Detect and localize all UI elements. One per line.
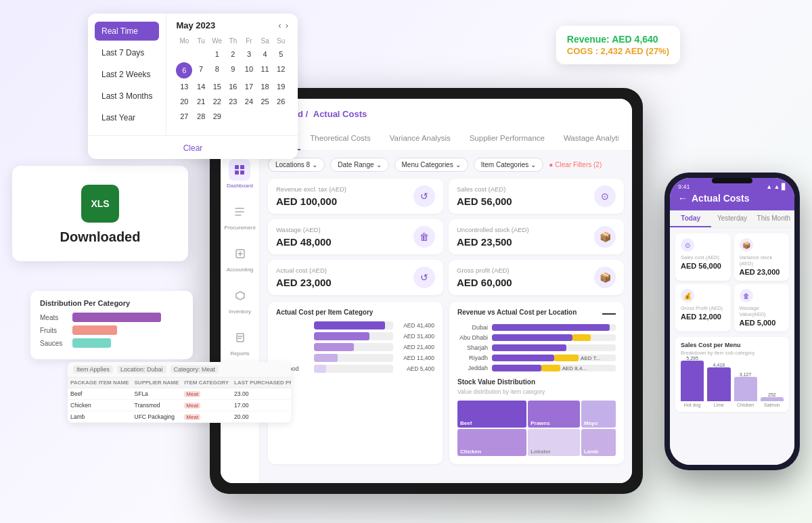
cal-day-4[interactable]: 4 <box>258 47 273 61</box>
tab-variance-analysis[interactable]: Variance Analysis <box>380 130 460 150</box>
cal-day-22[interactable]: 22 <box>210 95 225 108</box>
cal-day-21[interactable]: 21 <box>194 95 208 108</box>
cal-day-10[interactable]: 10 <box>242 62 256 78</box>
cal-day-13[interactable]: 13 <box>176 80 192 93</box>
tab-supplier-performance[interactable]: Supplier Performance <box>460 130 554 150</box>
cal-day-1[interactable]: 1 <box>210 47 225 61</box>
cat-bar-wrap-5 <box>314 365 393 373</box>
cat-cost-chart: Actual Cost per Item Category AED 41,400 <box>268 302 443 464</box>
calendar-clear-bar: Clear <box>88 135 298 159</box>
filter-locations[interactable]: Locations 8 ⌄ <box>268 158 325 172</box>
cat-bar-wrap-4 <box>314 354 393 362</box>
phone-tab-yesterday[interactable]: Yesterday <box>711 210 752 227</box>
td-lamb-supplier: UFC Packaging <box>132 411 182 423</box>
cal-day-9[interactable]: 9 <box>226 62 241 78</box>
filter-bar: Locations 8 ⌄ Date Range ⌄ Menu Categori… <box>268 158 624 172</box>
phone-frame: 9:41 ▲ ▲ ▊ ← Actual Costs Today Yesterda… <box>664 173 800 470</box>
hbar-fill-dubai-purple <box>492 324 610 331</box>
phone-kpi-gross-value: AED 12,000 <box>681 313 725 321</box>
cal-day-15[interactable]: 15 <box>210 80 225 93</box>
calendar-prev[interactable]: ‹ <box>278 20 281 30</box>
cal-day-16[interactable]: 16 <box>226 80 241 93</box>
cal-day-empty5 <box>258 110 273 123</box>
cal-day-18[interactable]: 18 <box>258 80 273 93</box>
cal-day-24[interactable]: 24 <box>242 95 256 108</box>
phone-kpi-variance-value: AED 23,000 <box>740 268 784 276</box>
calendar-grid: Mo Tu We Th Fr Sa Su 1 2 3 4 5 6 7 8 9 <box>176 36 288 123</box>
phone-chart-title: Sales Cost per Menu <box>681 342 784 348</box>
phone-kpi-wastage-icon: 🗑 <box>740 289 753 302</box>
revenue-text: Revenue: AED 4,640 <box>567 34 669 45</box>
kpi-uncontrolled-icon: 📦 <box>594 226 616 248</box>
cal-day-7[interactable]: 7 <box>194 62 208 78</box>
cal-day-11[interactable]: 11 <box>258 62 273 78</box>
kpi-revenue: Revenue excl. tax (AED) AED 100,000 ↺ <box>268 179 443 214</box>
item-table-card: Item Applies Location: Dubai Category: M… <box>68 362 291 423</box>
cal-day-6-today[interactable]: 6 <box>176 62 192 78</box>
preset-realtime[interactable]: Real Time <box>95 22 159 41</box>
filter-item-categories[interactable]: Item Categories ⌄ <box>474 158 544 172</box>
phone-tab-today[interactable]: Today <box>670 210 711 227</box>
sidebar-item-inventory[interactable]: Inventory <box>229 285 251 315</box>
sidebar-item-procurement[interactable]: Procurement <box>225 201 256 231</box>
th-last-price: LAST PURCHASED PRICE (AED) <box>231 378 291 388</box>
cal-day-25[interactable]: 25 <box>258 95 273 108</box>
cat-bar-row-1: AED 41,400 <box>276 321 434 329</box>
cal-day-27[interactable]: 27 <box>176 110 192 123</box>
hbar-fill-riyadh-purple <box>492 355 554 361</box>
phone-tab-this-month[interactable]: This Month <box>753 210 794 227</box>
cal-day-20[interactable]: 20 <box>176 95 192 108</box>
preset-2weeks[interactable]: Last 2 Weeks <box>95 65 159 84</box>
phone-bar-val-hotdog: 5,295 <box>686 356 698 361</box>
kpi-actual-label: Actual cost (AED) <box>276 267 332 274</box>
filter-menu-categories[interactable]: Menu Categories ⌄ <box>394 158 468 172</box>
th-category: ITEM CATEGORY <box>181 378 231 388</box>
phone-bar-fill-salmon <box>761 397 784 401</box>
sidebar-item-reports[interactable]: Reports <box>229 327 251 357</box>
cal-day-2[interactable]: 2 <box>226 47 241 61</box>
breadcrumb-current: Actual Costs <box>313 109 367 119</box>
location-bars: Dubai Abu Dhabi <box>457 324 616 371</box>
cal-day-12[interactable]: 12 <box>273 62 288 78</box>
sidebar-item-dashboard[interactable]: Dashboard <box>227 159 253 189</box>
phone-kpi-wastage-value: AED 5,000 <box>740 319 784 327</box>
cal-day-8[interactable]: 8 <box>210 62 225 78</box>
tab-theoretical-costs[interactable]: Theoretical Costs <box>300 130 380 150</box>
phone-chart-sub: Breakdown by item sub-category <box>681 350 784 356</box>
cal-day-14[interactable]: 14 <box>194 80 208 93</box>
clear-filters-button[interactable]: ● Clear Filters (2) <box>549 161 602 168</box>
cal-day-19[interactable]: 19 <box>273 80 288 93</box>
cat-bar-wrap-1 <box>314 321 393 329</box>
hbar-wrap-dubai <box>492 324 616 331</box>
calendar-next[interactable]: › <box>286 20 288 30</box>
preset-3months[interactable]: Last 3 Months <box>95 87 159 106</box>
cal-day-5[interactable]: 5 <box>273 47 288 61</box>
cal-day-29[interactable]: 29 <box>210 110 225 123</box>
hbar-wrap-sharjah <box>492 344 616 351</box>
tab-wastage-analytics[interactable]: Wastage Analytics <box>554 130 618 150</box>
filter-date-range[interactable]: Date Range ⌄ <box>330 158 388 172</box>
phone-kpi-sales: ⊙ Sales cost (AED) AED 56,000 <box>675 233 731 281</box>
cal-day-28[interactable]: 28 <box>194 110 208 123</box>
dist-row-meats: Meats <box>40 313 183 322</box>
dashboard-sidebar: Dashboard Procurement <box>221 151 260 483</box>
cal-day-17[interactable]: 17 <box>242 80 256 93</box>
cal-day-empty2 <box>194 47 208 61</box>
cal-day-23[interactable]: 23 <box>226 95 241 108</box>
kpi-wastage: Wastage (AED) AED 48,000 🗑 <box>268 219 443 254</box>
phone-back-button[interactable]: ← <box>678 193 687 204</box>
preset-7days[interactable]: Last 7 Days <box>95 43 159 62</box>
sidebar-item-accounting[interactable]: Accounting <box>227 243 254 273</box>
td-beef-name: Beef <box>68 388 132 400</box>
filter-date-label: Date Range <box>338 161 374 168</box>
kpi-revenue-label: Revenue excl. tax (AED) <box>276 185 346 193</box>
td-lamb-name: Lamb <box>68 411 132 423</box>
day-header-mo: Mo <box>176 36 192 46</box>
cal-day-26[interactable]: 26 <box>273 95 288 108</box>
cal-day-3[interactable]: 3 <box>242 47 256 61</box>
hbar-label-riyadh: Riyadh <box>457 355 488 361</box>
phone-bar-label-hotdog: Hot dog <box>684 403 701 407</box>
calendar-clear-button[interactable]: Clear <box>183 143 203 153</box>
preset-lastyear[interactable]: Last Year <box>95 108 159 127</box>
kpi-sales-value: AED 56,000 <box>457 196 512 207</box>
